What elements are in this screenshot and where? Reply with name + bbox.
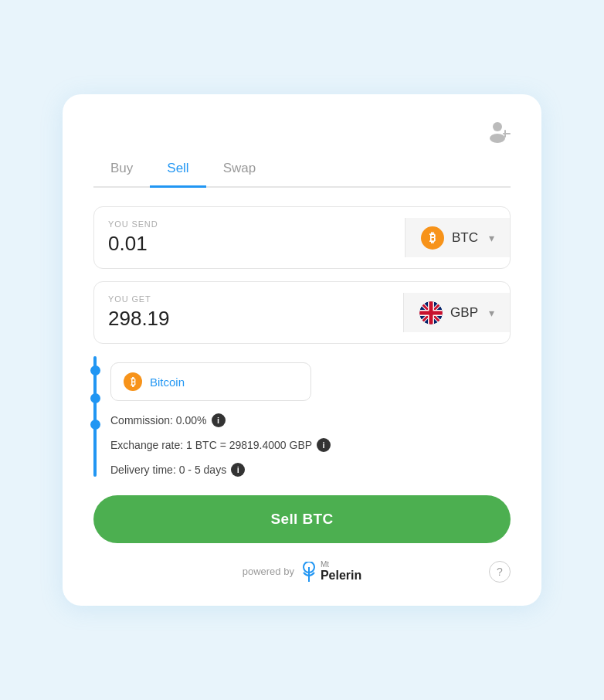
send-currency-select[interactable]: ₿ BTC ▾ (405, 218, 510, 257)
bar-dot-3 (90, 420, 100, 430)
tab-swap[interactable]: Swap (206, 153, 273, 188)
commission-text: Commission: 0.00% (110, 414, 207, 426)
delivery-time-text: Delivery time: 0 - 5 days (110, 464, 226, 476)
svg-point-1 (490, 134, 505, 143)
user-icon (484, 117, 511, 144)
receive-label: YOU GET (108, 294, 389, 304)
details-section: ₿ Bitcoin Commission: 0.00% i Exchange r… (93, 356, 511, 477)
delivery-time-info-icon[interactable]: i (231, 463, 245, 477)
commission-info-icon[interactable]: i (212, 413, 226, 427)
details-lines: ₿ Bitcoin Commission: 0.00% i Exchange r… (110, 356, 511, 477)
powered-by-text: powered by (243, 566, 294, 577)
svg-rect-3 (504, 130, 506, 138)
pelerin-logo-icon (300, 562, 317, 582)
svg-rect-2 (503, 133, 511, 134)
send-input-left: YOU SEND 0.01 (94, 218, 405, 257)
send-value[interactable]: 0.01 (108, 232, 391, 256)
bar-dot-1 (90, 365, 100, 375)
exchange-rate-info-icon[interactable]: i (317, 438, 331, 452)
send-currency-code: BTC (452, 230, 478, 246)
pelerin-name: Mt Pelerin (321, 560, 361, 583)
send-currency-chevron-icon: ▾ (489, 232, 494, 244)
send-label: YOU SEND (108, 219, 391, 229)
btc-icon: ₿ (421, 226, 444, 250)
blue-accent-bar (93, 356, 97, 477)
receive-input-left: YOU GET 298.19 (94, 293, 404, 332)
main-card: Buy Sell Swap YOU SEND 0.01 ₿ BTC ▾ YOU … (63, 94, 541, 606)
receive-currency-select[interactable]: GBP ▾ (404, 293, 510, 332)
commission-line: Commission: 0.00% i (110, 413, 511, 427)
powered-by-section: powered by Mt Pelerin (243, 560, 362, 583)
sell-button[interactable]: Sell BTC (93, 495, 511, 543)
footer: powered by Mt Pelerin ? (93, 560, 511, 583)
gbp-flag-icon (419, 301, 443, 325)
pelerin-prefix: Mt (321, 560, 361, 569)
tabs: Buy Sell Swap (93, 153, 511, 188)
receive-currency-chevron-icon: ▾ (489, 307, 494, 319)
exchange-rate-line: Exchange rate: 1 BTC = 29819.4000 GBP i (110, 438, 511, 452)
header-row (93, 117, 511, 147)
pelerin-brand: Pelerin (321, 569, 361, 583)
pelerin-logo: Mt Pelerin (300, 560, 361, 583)
tab-buy[interactable]: Buy (93, 153, 150, 188)
user-profile-button[interactable] (484, 117, 511, 147)
help-button[interactable]: ? (489, 561, 511, 583)
receive-value[interactable]: 298.19 (108, 307, 389, 331)
receive-currency-code: GBP (450, 305, 478, 321)
coin-dropdown[interactable]: ₿ Bitcoin (110, 362, 311, 401)
exchange-rate-text: Exchange rate: 1 BTC = 29819.4000 GBP (110, 439, 312, 451)
bar-dot-2 (90, 393, 100, 403)
coin-dropdown-btc-icon: ₿ (124, 372, 142, 391)
send-input-row: YOU SEND 0.01 ₿ BTC ▾ (93, 206, 511, 269)
receive-input-row: YOU GET 298.19 GB (93, 281, 511, 344)
delivery-time-line: Delivery time: 0 - 5 days i (110, 463, 511, 477)
svg-point-0 (493, 122, 502, 131)
coin-dropdown-label: Bitcoin (150, 375, 185, 389)
tab-sell[interactable]: Sell (150, 153, 205, 188)
